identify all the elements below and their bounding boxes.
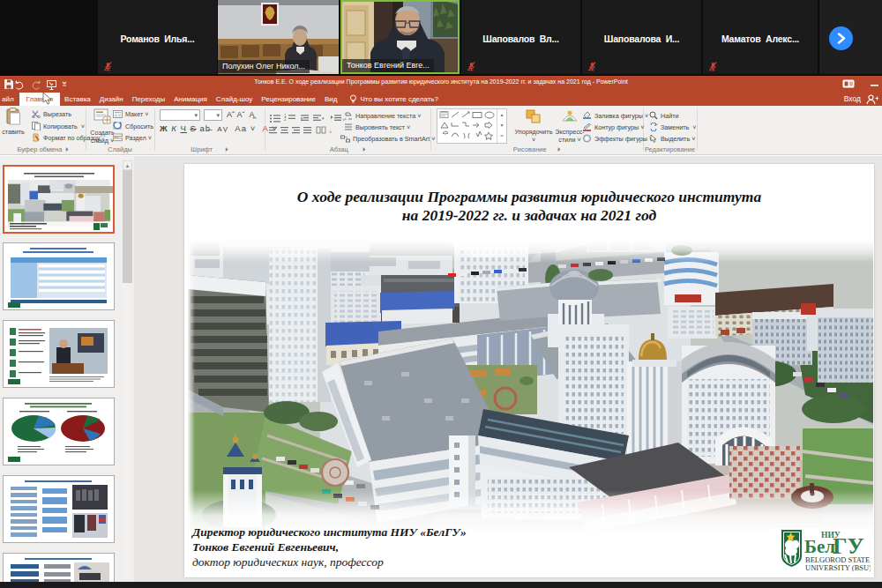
- svg-text:НИУ: НИУ: [821, 531, 841, 540]
- svg-text:˅: ˅: [329, 130, 333, 135]
- svg-text:2: 2: [284, 117, 287, 122]
- svg-text:UNIVERSITY (BSU): UNIVERSITY (BSU): [805, 563, 871, 572]
